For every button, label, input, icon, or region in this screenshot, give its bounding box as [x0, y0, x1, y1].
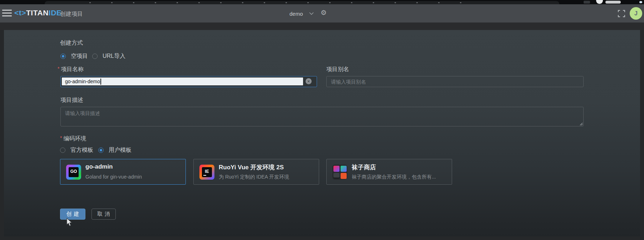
mini-ide-icon-4 — [341, 173, 347, 179]
goland-icon: GO — [66, 165, 81, 180]
radio-official-template[interactable]: 官方模板 — [60, 146, 93, 154]
profile-icon[interactable] — [596, 0, 603, 4]
page-title: 创建项目 — [60, 10, 83, 18]
template-subtitle: Goland for gin-vue-admin — [85, 174, 142, 180]
creation-method-label: 创建方式 — [60, 39, 83, 47]
create-project-panel — [4, 30, 640, 236]
template-subtitle: 袜子商店的聚合开发环境，包含所有... — [352, 174, 436, 180]
create-button[interactable]: 创建 — [60, 209, 85, 220]
required-asterisk: * — [60, 135, 62, 141]
mini-ide-icon-3 — [333, 173, 340, 179]
settings-gear-icon[interactable]: ⚙ — [321, 9, 327, 16]
screen: <t>TITANIDE 创建项目 demo ⚙ J 创建方式 空项目 URL导入… — [0, 0, 644, 240]
template-title: RuoYi Vue 开发环境 2S — [219, 163, 284, 171]
project-alias-input[interactable] — [326, 76, 584, 87]
header-divider-band — [0, 22, 644, 30]
mini-ide-icon-2 — [341, 166, 347, 172]
app-logo: <t>TITANIDE — [14, 9, 61, 17]
project-name-input-text[interactable]: go-admin-demo — [62, 78, 303, 85]
workspace-name: demo — [289, 11, 303, 17]
template-title: go-admin — [85, 163, 113, 170]
radio-user-template[interactable]: 用户模板 — [98, 146, 132, 154]
project-name-label: *项目名称 — [58, 66, 84, 73]
template-card-sock-shop[interactable]: 袜子商店 袜子商店的聚合开发环境，包含所有... — [326, 159, 452, 185]
menu-icon[interactable] — [2, 10, 12, 17]
notification-dot — [639, 1, 642, 3]
logo-suffix: IDE — [49, 9, 62, 17]
browser-chrome-strip — [0, 0, 644, 4]
extension-icon[interactable] — [584, 1, 590, 4]
bookmark-dots — [89, 2, 461, 3]
fullscreen-icon[interactable] — [618, 10, 625, 17]
logo-main: TITAN — [26, 9, 49, 17]
radio-url-import[interactable]: URL导入 — [92, 52, 125, 60]
text-caret — [100, 79, 101, 85]
mini-ide-icon-1 — [333, 166, 340, 172]
cancel-button[interactable]: 取消 — [91, 209, 116, 220]
radio-empty-project[interactable]: 空项目 — [60, 52, 88, 60]
app-header: <t>TITANIDE 创建项目 demo ⚙ J — [0, 4, 644, 22]
idea-icon: IE — [199, 165, 214, 180]
required-asterisk: * — [58, 66, 59, 71]
project-description-label: 项目描述 — [60, 96, 83, 104]
workspace-switcher[interactable]: demo — [289, 9, 314, 18]
radio-label: 官方模板 — [70, 146, 93, 154]
idea-icon-text: IE — [202, 167, 212, 177]
goland-icon-text: GO — [69, 167, 79, 177]
user-avatar[interactable]: J — [630, 7, 642, 20]
template-card-ruoyi[interactable]: IE RuoYi Vue 开发环境 2S 为 RuoYi 定制的 IDEA 开发… — [193, 159, 319, 185]
clear-input-icon[interactable]: ✕ — [306, 78, 312, 84]
project-name-input[interactable]: go-admin-demo ✕ — [60, 76, 317, 87]
project-alias-label: 项目别名 — [326, 66, 349, 73]
radio-label: 空项目 — [71, 52, 88, 60]
radio-label: 用户模板 — [109, 146, 132, 154]
radio-label: URL导入 — [103, 52, 125, 60]
browser-menu-pill[interactable] — [605, 1, 621, 4]
multi-ide-icon — [332, 165, 347, 180]
coding-env-label: *编码环境 — [60, 135, 86, 142]
radio-icon[interactable] — [92, 54, 98, 59]
radio-icon[interactable] — [60, 54, 66, 59]
radio-icon[interactable] — [98, 148, 104, 153]
template-card-go-admin[interactable]: GO go-admin Goland for gin-vue-admin — [60, 159, 186, 185]
logo-prefix: <t> — [14, 9, 26, 17]
radio-icon[interactable] — [60, 148, 65, 153]
template-subtitle: 为 RuoYi 定制的 IDEA 开发环境 — [219, 174, 289, 180]
template-title: 袜子商店 — [352, 163, 376, 171]
chevron-down-icon — [309, 12, 314, 15]
project-description-textarea[interactable] — [60, 107, 584, 126]
